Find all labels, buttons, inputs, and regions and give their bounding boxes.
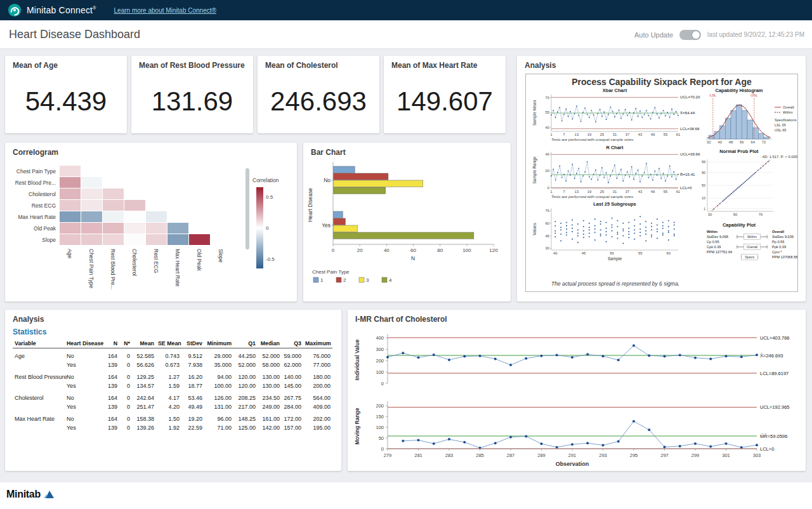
stats-col-header: Mean [132, 339, 156, 348]
brand-name: Minitab Connect® [27, 5, 96, 15]
learn-more-link[interactable]: Learn more about Minitab Connect® [114, 7, 216, 14]
svg-text:13: 13 [575, 190, 579, 194]
svg-text:55: 55 [546, 110, 549, 114]
correlogram-cell[interactable] [103, 188, 124, 199]
analysis-sixpack-panel: Analysis Process Capability Sixpack Repo… [517, 56, 806, 301]
svg-text:Yes: Yes [322, 222, 331, 228]
panel-title: Analysis [13, 315, 44, 324]
svg-text:283: 283 [445, 453, 454, 458]
kpi-title: Mean of Cholesterol [265, 61, 338, 70]
svg-text:37: 37 [625, 190, 629, 194]
svg-text:Sample Range: Sample Range [532, 156, 537, 183]
kpi-value: 149.607 [384, 86, 506, 117]
individual-value-chart: 0100200300400Individual ValueUCL=403.766… [354, 334, 790, 387]
stats-row: Yes1390134.571.5918.77100.00120.00130.00… [13, 381, 332, 390]
capability-histogram: Capability HistogramLSLUSL324048566472Ov… [706, 88, 797, 144]
correlogram-cell[interactable] [167, 223, 188, 234]
kpi-card-mean-age: Mean of Age 54.439 [5, 56, 127, 133]
correlogram-cell[interactable] [103, 223, 124, 234]
svg-text:X̄=54.44: X̄=54.44 [680, 110, 695, 115]
stats-row: Rest Blood PressureNo1640129.251.2716.20… [13, 369, 332, 381]
svg-text:Ppk 0.39: Ppk 0.39 [772, 245, 786, 249]
svg-text:31: 31 [613, 190, 617, 194]
stats-col-header: StDev [181, 339, 204, 348]
header-controls: Auto Update last updated 9/20/22, 12:45:… [634, 20, 804, 49]
svg-text:50: 50 [702, 183, 705, 187]
scrollbar[interactable] [246, 168, 249, 249]
svg-text:285: 285 [476, 453, 484, 458]
svg-text:297: 297 [660, 453, 669, 458]
correlogram-cell[interactable] [103, 200, 124, 211]
bar-segment [334, 166, 355, 173]
svg-text:UCL=192.965: UCL=192.965 [760, 404, 790, 410]
svg-text:303: 303 [753, 453, 761, 458]
correlogram-cell[interactable] [146, 211, 167, 222]
kpi-card-mean-rest-blood-pressure: Mean of Rest Blood Pressure 131.69 [131, 56, 253, 133]
bar-segment [334, 225, 358, 232]
kpi-value: 54.439 [5, 86, 127, 117]
correlogram-cell[interactable] [60, 234, 81, 245]
correlogram-cell[interactable] [60, 211, 81, 222]
svg-text:150: 150 [376, 414, 384, 420]
svg-text:R Chart: R Chart [606, 145, 624, 150]
statistics-section-link[interactable]: Statistics [13, 327, 46, 336]
correlogram-cell[interactable] [103, 234, 124, 245]
svg-text:Tests are performed with unequ: Tests are performed with unequal sample … [551, 194, 634, 199]
correlogram-cell[interactable] [81, 211, 102, 222]
bar-segment [334, 211, 343, 218]
normal-prob-plot: Normal Prob PlotAD: 1.517, P: < 0.005110… [702, 149, 797, 216]
svg-text:45: 45 [546, 234, 549, 238]
correlation-colorbar [256, 187, 263, 268]
auto-update-label: Auto Update [634, 31, 673, 39]
correlogram-cell[interactable] [146, 234, 167, 245]
svg-text:61: 61 [676, 190, 680, 194]
svg-text:30: 30 [708, 213, 712, 216]
auto-update-toggle[interactable] [679, 30, 701, 40]
correlogram-cell[interactable] [81, 223, 102, 234]
stats-col-header: Q1 [233, 339, 258, 348]
svg-text:Overall: Overall [747, 245, 757, 249]
svg-text:1: 1 [550, 190, 552, 194]
svg-text:291: 291 [568, 453, 577, 458]
svg-text:281: 281 [414, 453, 422, 458]
correlogram-row-label: Slope [5, 234, 56, 246]
correlogram-cell[interactable] [124, 234, 145, 245]
correlogram-cell[interactable] [81, 188, 102, 199]
svg-text:55: 55 [638, 251, 642, 255]
stats-col-header: Heart Disease [65, 339, 104, 348]
kpi-card-mean-cholesterol: Mean of Cholesterol 246.693 [258, 56, 379, 133]
last-updated-text: last updated 9/20/22, 12:45:23 PM [707, 31, 804, 38]
svg-text:0: 0 [332, 248, 335, 253]
svg-text:50: 50 [379, 435, 384, 441]
correlogram-cell[interactable] [189, 234, 210, 245]
correlogram-cell[interactable] [167, 234, 188, 245]
panel-title: I-MR Chart of Cholesterol [355, 315, 447, 324]
correlogram-cell[interactable] [60, 223, 81, 234]
correlogram-cell[interactable] [103, 211, 124, 222]
svg-text:287: 287 [507, 453, 515, 458]
stats-col-header: Maximum [303, 339, 332, 348]
svg-text:120: 120 [489, 248, 498, 253]
svg-text:40: 40 [546, 126, 549, 129]
correlogram-cell[interactable] [124, 223, 145, 234]
correlogram-cell[interactable] [146, 223, 167, 234]
correlogram-cell[interactable] [60, 188, 81, 199]
correlogram-cell[interactable] [60, 177, 81, 188]
correlogram-cell[interactable] [60, 166, 81, 176]
correlogram-cell[interactable] [124, 200, 145, 211]
svg-text:Capability Histogram: Capability Histogram [715, 88, 763, 93]
panel-title: Bar Chart [311, 148, 346, 157]
correlogram-cell[interactable] [81, 177, 102, 188]
toggle-knob [692, 31, 700, 39]
correlogram-column-label: Max Heart Rate [174, 249, 181, 287]
svg-text:The actual process spread is r: The actual process spread is represented… [551, 281, 679, 287]
svg-text:72: 72 [762, 140, 766, 144]
svg-text:43: 43 [638, 190, 642, 194]
svg-text:100: 100 [376, 369, 384, 375]
correlogram-cell[interactable] [124, 211, 145, 222]
correlogram-cell[interactable] [60, 200, 81, 211]
correlogram-cell[interactable] [81, 200, 102, 211]
correlogram-cell[interactable] [81, 234, 102, 245]
svg-text:200: 200 [376, 358, 384, 364]
svg-text:USL: USL [750, 93, 758, 97]
